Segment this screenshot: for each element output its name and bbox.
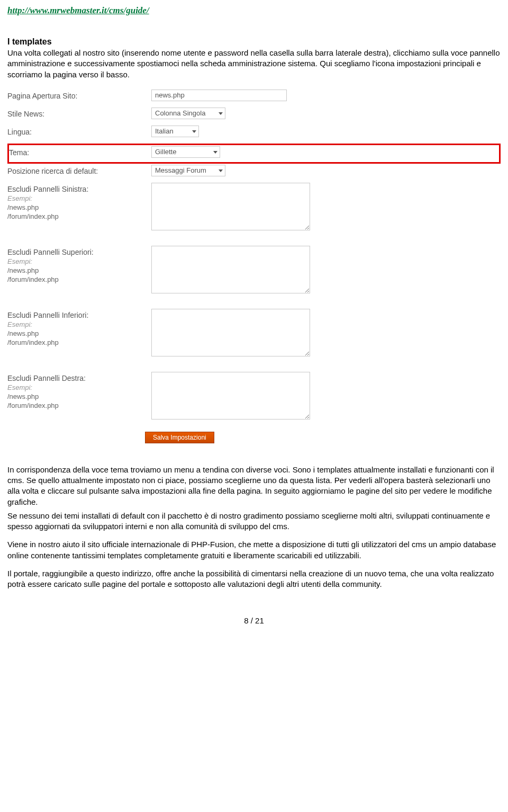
page-number: 8 / 21 <box>7 616 501 625</box>
select-posizione-ricerca-value: Messaggi Forum <box>155 166 206 174</box>
body-para-3: Viene in nostro aiuto il sito ufficiale … <box>7 539 501 561</box>
textarea-escludi-sinistra[interactable] <box>151 183 310 230</box>
row-escludi-inferiori: Escludi Pannelli Inferiori: Esempi: /new… <box>7 309 501 358</box>
label-escludi-destra: Escludi Pannelli Destra: Esempi: /news.p… <box>7 372 151 411</box>
select-lingua-value: Italian <box>155 127 174 135</box>
save-button[interactable]: Salva Impostazioni <box>145 432 214 443</box>
select-tema[interactable]: Gillette <box>151 146 220 158</box>
row-tema-highlight: Tema: Gillette <box>7 144 501 164</box>
select-stile-news-value: Colonna Singola <box>155 109 205 117</box>
label-lingua: Lingua: <box>7 126 151 136</box>
intro-paragraph: Una volta collegati al nostro sito (inse… <box>7 48 501 80</box>
row-posizione-ricerca: Posizione ricerca di default: Messaggi F… <box>7 165 501 180</box>
label-pagina-apertura: Pagina Apertura Sito: <box>7 90 151 100</box>
row-escludi-destra: Escludi Pannelli Destra: Esempi: /news.p… <box>7 372 501 421</box>
row-tema: Tema: Gillette <box>9 146 499 161</box>
textarea-escludi-inferiori[interactable] <box>151 309 310 356</box>
select-stile-news[interactable]: Colonna Singola <box>151 108 225 119</box>
select-tema-value: Gillette <box>155 148 176 156</box>
chevron-down-icon <box>213 151 217 154</box>
body-para-1: In corrispondenza della voce tema trovia… <box>7 465 501 507</box>
body-para-2: Se nessuno dei temi installati di defaul… <box>7 511 501 532</box>
label-escludi-inferiori: Escludi Pannelli Inferiori: Esempi: /new… <box>7 309 151 347</box>
chevron-down-icon <box>192 130 196 133</box>
label-escludi-sinistra: Escludi Pannelli Sinistra: Esempi: /news… <box>7 183 151 221</box>
select-lingua[interactable]: Italian <box>151 126 199 137</box>
page-url: http://www.mrwebmaster.it/cms/guide/ <box>7 5 501 16</box>
section-title: I templates <box>7 37 501 47</box>
body-para-4: Il portale, raggiungibile a questo indir… <box>7 568 501 590</box>
row-escludi-superiori: Escludi Pannelli Superiori: Esempi: /new… <box>7 246 501 295</box>
textarea-escludi-destra[interactable] <box>151 372 310 420</box>
label-escludi-superiori: Escludi Pannelli Superiori: Esempi: /new… <box>7 246 151 284</box>
row-lingua: Lingua: Italian <box>7 126 501 140</box>
row-escludi-sinistra: Escludi Pannelli Sinistra: Esempi: /news… <box>7 183 501 232</box>
select-posizione-ricerca[interactable]: Messaggi Forum <box>151 165 225 176</box>
chevron-down-icon <box>219 112 223 115</box>
textarea-escludi-superiori[interactable] <box>151 246 310 293</box>
chevron-down-icon <box>219 169 223 172</box>
input-pagina-apertura[interactable] <box>151 90 287 101</box>
label-posizione-ricerca: Posizione ricerca di default: <box>7 165 151 175</box>
row-stile-news: Stile News: Colonna Singola <box>7 108 501 122</box>
label-stile-news: Stile News: <box>7 108 151 118</box>
label-tema: Tema: <box>9 146 151 157</box>
settings-form: Pagina Apertura Sito: Stile News: Colonn… <box>7 90 501 443</box>
row-pagina-apertura: Pagina Apertura Sito: <box>7 90 501 104</box>
